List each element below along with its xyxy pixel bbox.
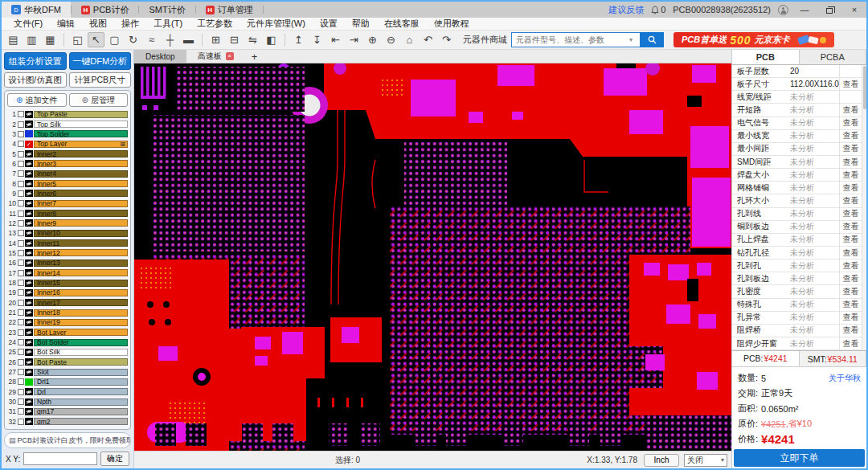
dfm-analysis-button[interactable]: 一键DFM分析 — [69, 52, 132, 70]
layer-visibility-icon[interactable] — [25, 160, 33, 167]
layer-visibility-icon[interactable] — [25, 349, 33, 356]
layer-checkbox[interactable] — [18, 161, 24, 167]
zoom-in-icon[interactable]: ⊕ — [364, 32, 381, 47]
layer-checkbox[interactable] — [18, 319, 24, 325]
layer-row-gm2[interactable]: 32gm2 — [7, 417, 128, 427]
app-tab-2[interactable]: HPCB计价 — [72, 2, 139, 18]
layer-checkbox[interactable] — [18, 300, 24, 306]
layer-row-drl1[interactable]: 28Drl1 — [7, 377, 128, 386]
canvas-tab-2[interactable]: 高速板× — [186, 50, 245, 63]
price-tab-2[interactable]: SMT:¥534.11 — [800, 351, 867, 366]
layer-checkbox[interactable] — [18, 200, 24, 206]
layer-row-bot-layer[interactable]: 23Bot Layer — [7, 328, 128, 337]
layer-checkbox[interactable] — [18, 240, 24, 247]
view-link[interactable]: 查看 — [839, 194, 862, 206]
pan-right-icon[interactable]: ⇥ — [346, 32, 362, 47]
layer-checkbox[interactable] — [18, 151, 24, 157]
layer-checkbox[interactable] — [18, 141, 24, 147]
array-view-icon[interactable]: ⊞ — [207, 32, 224, 47]
layer-row-inner16[interactable]: 19Inner16 — [7, 288, 128, 297]
layer-visibility-icon[interactable] — [25, 230, 33, 237]
layer-visibility-icon[interactable] — [25, 111, 33, 118]
whitepaper-promo[interactable]: ▤ PCB封装设计白皮书，限时免费领取 « — [4, 432, 131, 448]
view-link[interactable]: 查看 — [839, 169, 862, 181]
layer-row-inner8[interactable]: 11Inner8 — [7, 208, 128, 218]
price-tab-1[interactable]: PCB:¥4241 — [732, 351, 800, 366]
component-view-icon[interactable]: ⊟ — [226, 32, 243, 47]
new-tab-button[interactable]: + — [245, 51, 264, 63]
pcb-canvas[interactable] — [134, 63, 731, 451]
layer-row-inner5[interactable]: 8Inner5 — [7, 178, 128, 188]
layer-checkbox[interactable] — [18, 260, 24, 266]
layer-visibility-icon[interactable] — [25, 378, 33, 386]
view-link[interactable]: 查看 — [839, 312, 862, 324]
menu-item-11[interactable]: 使用教程 — [427, 18, 477, 30]
fit-home-icon[interactable]: ⌂ — [401, 32, 418, 47]
layer-row-inner9[interactable]: 12Inner9 — [7, 219, 128, 228]
restore-button[interactable] — [821, 3, 838, 16]
layer-checkbox[interactable] — [18, 170, 24, 177]
layer-checkbox[interactable] — [18, 220, 24, 227]
canvas-tab-1[interactable]: Desktop — [134, 50, 186, 63]
layer-checkbox[interactable] — [18, 339, 24, 345]
layer-row-inner14[interactable]: 17Inner14 — [7, 268, 128, 278]
layer-checkbox[interactable] — [18, 111, 24, 117]
layer-visibility-icon[interactable] — [25, 130, 33, 137]
layer-visibility-icon[interactable] — [25, 289, 33, 296]
layer-row-inner7[interactable]: 10Inner7 — [7, 198, 128, 208]
zoom-out-icon[interactable]: ⊖ — [383, 32, 399, 47]
layer-visibility-icon[interactable] — [25, 299, 33, 306]
layer-row-top-solder[interactable]: 3Top Solder — [7, 129, 128, 139]
search-input[interactable] — [511, 32, 640, 47]
menu-item-7[interactable]: 元件库管理(W) — [240, 18, 313, 30]
design-view-button[interactable]: 设计图/仿真图 — [4, 72, 67, 88]
layer-visibility-icon[interactable] — [25, 150, 33, 157]
view-link[interactable]: 查看 — [839, 182, 862, 194]
layer-checkbox[interactable] — [18, 121, 24, 128]
layer-checkbox[interactable] — [18, 419, 24, 425]
close-button[interactable]: × — [845, 3, 863, 16]
layer-checkbox[interactable] — [18, 398, 24, 405]
layer-checkbox[interactable] — [18, 181, 24, 187]
layer-row-inner11[interactable]: 14Inner11 — [7, 238, 128, 247]
layer-visibility-icon[interactable] — [25, 200, 33, 207]
scrollbar[interactable] — [862, 65, 866, 350]
view-link[interactable]: 查看 — [839, 299, 862, 311]
measure-icon[interactable]: ┼ — [162, 32, 178, 47]
layer-visibility-icon[interactable] — [25, 249, 33, 256]
layer-row-inner10[interactable]: 13Inner10 — [7, 228, 128, 238]
expand-icon[interactable]: ⊞ — [120, 141, 127, 148]
layer-manage-button[interactable]: ⊛ 层管理 — [69, 93, 129, 107]
view-link[interactable]: 查看 — [839, 78, 862, 90]
layer-row-inner17[interactable]: 20Inner17 — [7, 298, 128, 308]
redo-icon[interactable]: ↷ — [438, 32, 455, 47]
layer-row-inner13[interactable]: 16Inner13 — [7, 258, 128, 268]
layer-visibility-icon[interactable] — [25, 269, 33, 276]
menu-item-10[interactable]: 在线客服 — [377, 18, 427, 30]
flip-board-icon[interactable]: ⇋ — [244, 32, 261, 47]
order-now-button[interactable]: 立即下单 — [734, 449, 865, 467]
layer-row-inner6[interactable]: 9Inner6 — [7, 189, 128, 198]
assembly-settings-button[interactable]: 组装分析设置 — [4, 52, 67, 70]
layer-checkbox[interactable] — [18, 369, 24, 375]
layer-row-bot-solder[interactable]: 24Bot Solder — [7, 337, 128, 347]
layer-checkbox[interactable] — [18, 329, 24, 336]
view-link[interactable]: 查看 — [839, 234, 862, 246]
app-tab-1[interactable]: D华秋DFM — [2, 2, 71, 18]
layer-row-inner15[interactable]: 18Inner15 — [7, 278, 128, 288]
close-dropdown[interactable]: 关闭 ▾ — [684, 454, 727, 467]
zoom-window-icon[interactable]: ▢ — [106, 32, 123, 47]
account-icon[interactable] — [778, 5, 788, 15]
layer-checkbox[interactable] — [18, 131, 24, 137]
layer-visibility-icon[interactable] — [25, 170, 33, 178]
view-link[interactable]: 查看 — [839, 104, 862, 116]
layer-visibility-icon[interactable] — [25, 319, 33, 326]
view-link[interactable]: 查看 — [839, 130, 862, 142]
view-link[interactable]: 查看 — [839, 325, 862, 337]
save-icon[interactable]: ▤ — [5, 32, 22, 47]
coord-input[interactable] — [23, 452, 97, 465]
layer-visibility-icon[interactable] — [25, 260, 33, 267]
layer-checkbox[interactable] — [18, 190, 24, 197]
layer-visibility-icon[interactable] — [25, 190, 33, 197]
layer-checkbox[interactable] — [18, 309, 24, 316]
